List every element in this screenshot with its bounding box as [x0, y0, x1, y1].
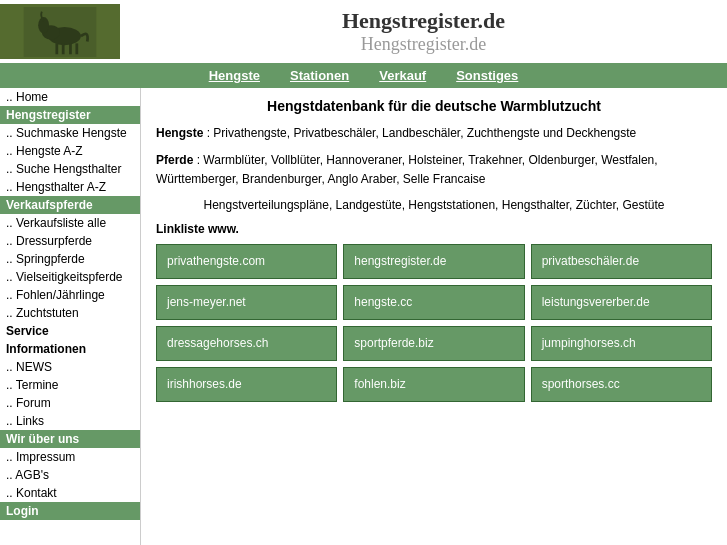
- content-title: Hengstdatenbank für die deutsche Warmblu…: [156, 98, 712, 114]
- main-layout: .. HomeHengstregister.. Suchmaske Hengst…: [0, 88, 727, 545]
- link-cell[interactable]: leistungsvererber.de: [531, 285, 712, 320]
- sidebar-item[interactable]: .. Suche Hengsthalter: [0, 160, 140, 178]
- link-cell[interactable]: fohlen.biz: [343, 367, 524, 402]
- nav-item-verkauf[interactable]: Verkauf: [379, 68, 426, 83]
- sidebar-item[interactable]: .. Fohlen/Jährlinge: [0, 286, 140, 304]
- content-desc-pferde: Pferde : Warmblüter, Vollblüter, Hannove…: [156, 151, 712, 189]
- horse-icon: [20, 7, 100, 57]
- sidebar-item[interactable]: .. Springpferde: [0, 250, 140, 268]
- sidebar-item[interactable]: .. Links: [0, 412, 140, 430]
- sidebar-login[interactable]: Login: [0, 502, 140, 520]
- sidebar-item[interactable]: .. Suchmaske Hengste: [0, 124, 140, 142]
- nav-item-hengste[interactable]: Hengste: [209, 68, 260, 83]
- sidebar-item[interactable]: .. Dressurpferde: [0, 232, 140, 250]
- svg-rect-6: [69, 43, 72, 54]
- sidebar-item[interactable]: .. AGB's: [0, 466, 140, 484]
- header-title-area: Hengstregister.de Hengstregister.de: [120, 6, 727, 57]
- sidebar-item[interactable]: .. NEWS: [0, 358, 140, 376]
- link-cell[interactable]: privatbeschäler.de: [531, 244, 712, 279]
- pferde-text: : Warmblüter, Vollblüter, Hannoveraner, …: [156, 153, 658, 186]
- sidebar-section[interactable]: Hengstregister: [0, 106, 140, 124]
- hengste-label: Hengste: [156, 126, 203, 140]
- linkliste-label: Linkliste www.: [156, 222, 712, 236]
- svg-rect-5: [62, 43, 65, 54]
- logo-area: [0, 4, 120, 59]
- site-subtitle: Hengstregister.de: [120, 34, 727, 55]
- svg-rect-7: [75, 43, 78, 54]
- sidebar-section[interactable]: Wir über uns: [0, 430, 140, 448]
- nav-item-stationen[interactable]: Stationen: [290, 68, 349, 83]
- link-cell[interactable]: privathengste.com: [156, 244, 337, 279]
- nav-item-sonstiges[interactable]: Sonstiges: [456, 68, 518, 83]
- content-area: Hengstdatenbank für die deutsche Warmblu…: [141, 88, 727, 545]
- content-desc3: Hengstverteilungspläne, Landgestüte, Hen…: [156, 198, 712, 212]
- link-cell[interactable]: dressagehorses.ch: [156, 326, 337, 361]
- sidebar-item[interactable]: .. Verkaufsliste alle: [0, 214, 140, 232]
- sidebar-item[interactable]: .. Hengsthalter A-Z: [0, 178, 140, 196]
- header: Hengstregister.de Hengstregister.de Heng…: [0, 0, 727, 88]
- header-top: Hengstregister.de Hengstregister.de: [0, 0, 727, 63]
- sidebar-item[interactable]: .. Kontakt: [0, 484, 140, 502]
- content-desc-hengste: Hengste : Privathengste, Privatbeschäler…: [156, 124, 712, 143]
- link-cell[interactable]: jumpinghorses.ch: [531, 326, 712, 361]
- link-grid: privathengste.comhengstregister.deprivat…: [156, 244, 712, 402]
- link-cell[interactable]: hengstregister.de: [343, 244, 524, 279]
- sidebar: .. HomeHengstregister.. Suchmaske Hengst…: [0, 88, 141, 545]
- link-cell[interactable]: sportpferde.biz: [343, 326, 524, 361]
- link-cell[interactable]: irishhorses.de: [156, 367, 337, 402]
- sidebar-plain: Informationen: [0, 340, 140, 358]
- site-title: Hengstregister.de: [120, 8, 727, 34]
- svg-rect-4: [55, 43, 58, 54]
- sidebar-item[interactable]: .. Home: [0, 88, 140, 106]
- sidebar-section[interactable]: Verkaufspferde: [0, 196, 140, 214]
- hengste-text: : Privathengste, Privatbeschäler, Landbe…: [207, 126, 637, 140]
- link-cell[interactable]: sporthorses.cc: [531, 367, 712, 402]
- sidebar-item[interactable]: .. Zuchtstuten: [0, 304, 140, 322]
- sidebar-item[interactable]: .. Hengste A-Z: [0, 142, 140, 160]
- nav-bar: HengsteStationenVerkaufSonstiges: [0, 63, 727, 88]
- pferde-label: Pferde: [156, 153, 193, 167]
- sidebar-plain: Service: [0, 322, 140, 340]
- link-cell[interactable]: jens-meyer.net: [156, 285, 337, 320]
- link-cell[interactable]: hengste.cc: [343, 285, 524, 320]
- sidebar-item[interactable]: .. Forum: [0, 394, 140, 412]
- sidebar-item[interactable]: .. Impressum: [0, 448, 140, 466]
- sidebar-item[interactable]: .. Termine: [0, 376, 140, 394]
- page-container: Hengstregister.de Hengstregister.de Heng…: [0, 0, 727, 545]
- sidebar-item[interactable]: .. Vielseitigkeitspferde: [0, 268, 140, 286]
